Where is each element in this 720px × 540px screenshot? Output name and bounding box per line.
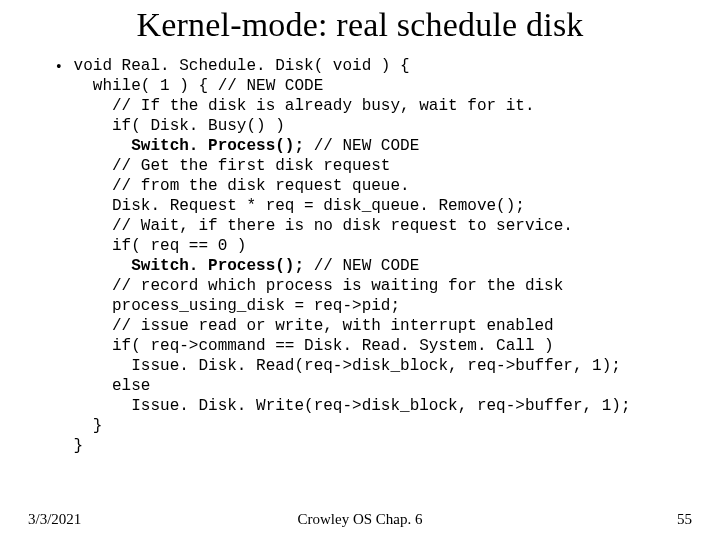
bullet-row: • void Real. Schedule. Disk( void ) { wh… <box>56 56 690 456</box>
code-line: process_using_disk = req->pid; <box>74 297 400 315</box>
slide-footer: 3/3/2021 Crowley OS Chap. 6 55 <box>0 508 720 528</box>
code-line: Disk. Request * req = disk_queue. Remove… <box>74 197 525 215</box>
code-line: Issue. Disk. Read(req->disk_block, req->… <box>74 357 621 375</box>
slide-body: • void Real. Schedule. Disk( void ) { wh… <box>56 56 690 456</box>
code-line: if( req->command == Disk. Read. System. … <box>74 337 554 355</box>
code-line: // Wait, if there is no disk request to … <box>74 217 573 235</box>
code-line: // issue read or write, with interrupt e… <box>74 317 554 335</box>
code-line: // NEW CODE <box>304 137 419 155</box>
code-line: // If the disk is already busy, wait for… <box>74 97 535 115</box>
code-line: // record which process is waiting for t… <box>74 277 564 295</box>
code-line <box>74 257 132 275</box>
code-line: void Real. Schedule. Disk( void ) { <box>74 57 410 75</box>
bullet-marker: • <box>56 57 62 77</box>
code-line: // Get the first disk request <box>74 157 391 175</box>
code-line: if( Disk. Busy() ) <box>74 117 285 135</box>
slide: Kernel-mode: real schedule disk • void R… <box>0 0 720 540</box>
footer-page-number: 55 <box>677 511 692 528</box>
code-line: // from the disk request queue. <box>74 177 410 195</box>
footer-center: Crowley OS Chap. 6 <box>0 511 720 528</box>
code-bold: Switch. Process(); <box>131 257 304 275</box>
code-bold: Switch. Process(); <box>131 137 304 155</box>
code-block: void Real. Schedule. Disk( void ) { whil… <box>74 56 631 456</box>
code-line: } <box>74 437 84 455</box>
code-line: } <box>74 417 103 435</box>
code-line: Issue. Disk. Write(req->disk_block, req-… <box>74 397 631 415</box>
code-line: while( 1 ) { // NEW CODE <box>74 77 324 95</box>
code-line: else <box>74 377 151 395</box>
code-line <box>74 137 132 155</box>
code-line: // NEW CODE <box>304 257 419 275</box>
code-line: if( req == 0 ) <box>74 237 247 255</box>
slide-title: Kernel-mode: real schedule disk <box>0 6 720 44</box>
